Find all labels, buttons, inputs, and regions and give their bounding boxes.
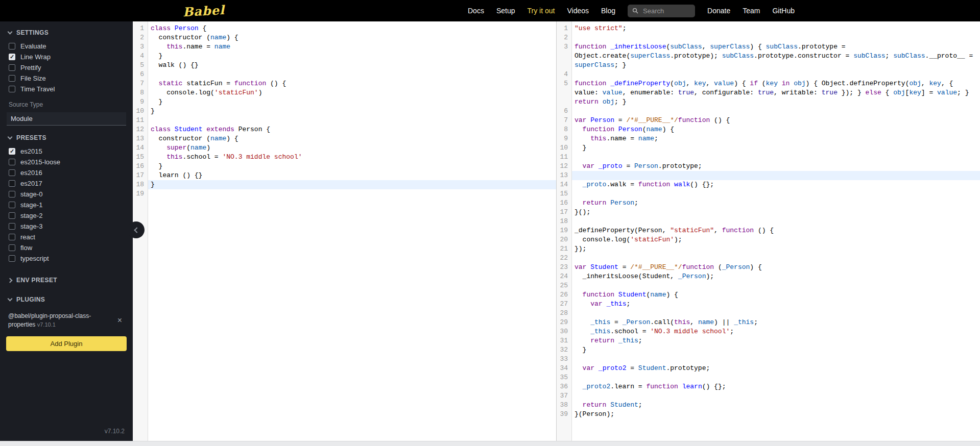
code-text[interactable]: }(); xyxy=(572,208,980,217)
nav-link-blog[interactable]: Blog xyxy=(595,7,622,15)
compiled-output-editor[interactable]: 1"use strict";23function _inheritsLoose(… xyxy=(556,21,980,441)
unchecked-checkbox[interactable] xyxy=(9,202,15,208)
code-text[interactable]: _proto2.learn = function learn() {}; xyxy=(572,382,980,391)
code-text[interactable] xyxy=(572,33,980,42)
source-code-editor[interactable]: 1class Person {2 constructor (name) {3 t… xyxy=(133,21,556,441)
code-text[interactable]: _inheritsLoose(Student, _Person); xyxy=(572,272,980,281)
remove-plugin-button[interactable]: × xyxy=(115,315,125,326)
preset-es2015[interactable]: ✓es2015 xyxy=(0,146,133,157)
code-text[interactable]: return Person; xyxy=(572,199,980,208)
code-text[interactable]: static staticFun = function () { xyxy=(148,79,556,88)
source-type-select[interactable]: Module xyxy=(7,112,126,126)
code-text[interactable]: constructor (name) { xyxy=(148,134,556,143)
unchecked-checkbox[interactable] xyxy=(9,244,15,251)
code-text[interactable]: super(name) xyxy=(148,143,556,153)
babel-logo[interactable]: Babel xyxy=(182,2,225,19)
unchecked-checkbox[interactable] xyxy=(9,159,15,165)
code-text[interactable]: }); xyxy=(572,244,980,254)
unchecked-checkbox[interactable] xyxy=(9,86,15,92)
preset-es2016[interactable]: es2016 xyxy=(0,167,133,178)
nav-link-videos[interactable]: Videos xyxy=(561,7,595,15)
preset-stage-1[interactable]: stage-1 xyxy=(0,200,133,210)
code-text[interactable]: learn () {} xyxy=(148,171,556,180)
code-text[interactable]: this.name = name xyxy=(148,42,556,52)
unchecked-checkbox[interactable] xyxy=(9,212,15,219)
code-text[interactable]: this.name = name; xyxy=(572,134,980,143)
unchecked-checkbox[interactable] xyxy=(9,43,15,49)
code-text[interactable]: return Student; xyxy=(572,401,980,410)
nav-link-github[interactable]: GitHub xyxy=(766,7,801,15)
setting-file-size[interactable]: File Size xyxy=(0,73,133,84)
nav-link-docs[interactable]: Docs xyxy=(462,7,490,15)
code-text[interactable]: _proto.walk = function walk() {}; xyxy=(572,180,980,189)
preset-stage-3[interactable]: stage-3 xyxy=(0,221,133,232)
nav-link-try-it-out[interactable]: Try it out xyxy=(521,7,561,15)
preset-react[interactable]: react xyxy=(0,232,133,242)
unchecked-checkbox[interactable] xyxy=(9,234,15,240)
code-text[interactable] xyxy=(148,70,556,79)
code-text[interactable] xyxy=(148,116,556,125)
active-code-line[interactable] xyxy=(572,171,980,180)
nav-link-setup[interactable]: Setup xyxy=(490,7,521,15)
unchecked-checkbox[interactable] xyxy=(9,255,15,262)
unchecked-checkbox[interactable] xyxy=(9,64,15,71)
code-text[interactable]: _this = _Person.call(this, name) || _thi… xyxy=(572,318,980,327)
preset-typescript[interactable]: typescript xyxy=(0,253,133,264)
setting-evaluate[interactable]: Evaluate xyxy=(0,41,133,52)
preset-es2017[interactable]: es2017 xyxy=(0,178,133,189)
code-text[interactable]: function Person(name) { xyxy=(572,125,980,134)
code-text[interactable] xyxy=(572,254,980,263)
preset-stage-2[interactable]: stage-2 xyxy=(0,210,133,221)
code-text[interactable]: "use strict"; xyxy=(572,24,980,33)
preset-es2015-loose[interactable]: es2015-loose xyxy=(0,157,133,167)
code-text[interactable] xyxy=(572,309,980,318)
setting-prettify[interactable]: Prettify xyxy=(0,62,133,73)
preset-stage-0[interactable]: stage-0 xyxy=(0,189,133,200)
code-text[interactable] xyxy=(148,189,556,199)
horizontal-scrollbar[interactable] xyxy=(0,441,980,446)
code-text[interactable]: _defineProperty(Person, "staticFun", fun… xyxy=(572,226,980,235)
unchecked-checkbox[interactable] xyxy=(9,180,15,187)
code-text[interactable]: class Person { xyxy=(148,24,556,33)
setting-line-wrap[interactable]: ✓Line Wrap xyxy=(0,52,133,62)
code-text[interactable]: } xyxy=(148,52,556,61)
code-text[interactable] xyxy=(572,70,980,79)
nav-link-team[interactable]: Team xyxy=(736,7,766,15)
code-text[interactable] xyxy=(572,189,980,199)
code-text[interactable]: } xyxy=(148,162,556,171)
code-text[interactable]: } xyxy=(148,97,556,107)
search-box[interactable] xyxy=(628,5,695,17)
code-text[interactable]: return _this; xyxy=(572,336,980,345)
code-text[interactable] xyxy=(572,373,980,382)
preset-flow[interactable]: flow xyxy=(0,242,133,253)
code-text[interactable]: var Student = /*#__PURE__*/function (_Pe… xyxy=(572,263,980,272)
code-text[interactable] xyxy=(572,107,980,116)
code-text[interactable]: _this.school = 'NO.3 middle school'; xyxy=(572,327,980,336)
code-text[interactable] xyxy=(572,355,980,364)
unchecked-checkbox[interactable] xyxy=(9,169,15,176)
sidebar-collapse-handle[interactable] xyxy=(128,221,145,238)
code-text[interactable] xyxy=(572,153,980,162)
code-text[interactable] xyxy=(572,391,980,401)
plugins-section-header[interactable]: PLUGINS xyxy=(0,288,133,308)
active-code-line[interactable]: } xyxy=(148,180,556,189)
add-plugin-button[interactable]: Add Plugin xyxy=(6,336,127,351)
code-text[interactable]: walk () {} xyxy=(148,61,556,70)
code-text[interactable]: var _this; xyxy=(572,300,980,309)
code-text[interactable]: function Student(name) { xyxy=(572,290,980,300)
nav-link-donate[interactable]: Donate xyxy=(701,7,736,15)
setting-time-travel[interactable]: Time Travel xyxy=(0,84,133,94)
code-text[interactable] xyxy=(572,217,980,226)
unchecked-checkbox[interactable] xyxy=(9,223,15,230)
code-text[interactable]: var _proto = Person.prototype; xyxy=(572,162,980,171)
checked-checkbox[interactable]: ✓ xyxy=(9,54,15,60)
code-text[interactable] xyxy=(572,281,980,290)
code-text[interactable]: this.school = 'NO.3 middle school' xyxy=(148,153,556,162)
code-text[interactable]: }(Person); xyxy=(572,410,980,419)
code-text[interactable]: function _defineProperty(obj, key, value… xyxy=(572,79,980,107)
code-text[interactable]: var _proto2 = Student.prototype; xyxy=(572,364,980,373)
code-text[interactable]: var Person = /*#__PURE__*/function () { xyxy=(572,116,980,125)
unchecked-checkbox[interactable] xyxy=(9,191,15,197)
code-text[interactable]: } xyxy=(148,107,556,116)
code-text[interactable]: class Student extends Person { xyxy=(148,125,556,134)
